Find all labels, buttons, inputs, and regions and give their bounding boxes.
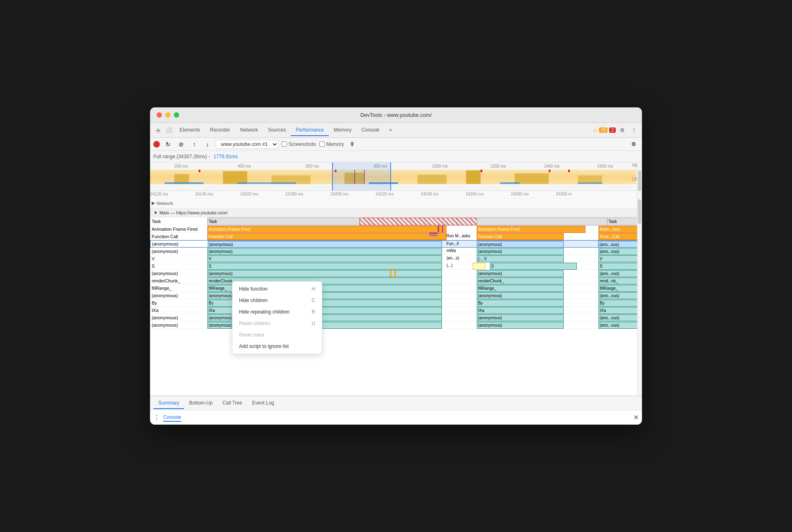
close-console-button[interactable]: ✕ [633,414,639,421]
flame-label-anon-4: (anonymous) [150,292,207,299]
flame-row-anon-1[interactable]: (anonymous) (anonymous) Fun...ll (anonym… [150,240,642,248]
tab-event-log[interactable]: Event Log [247,398,279,409]
flame-row-task[interactable]: Task Task Task Task [150,217,642,225]
flame-bar-s: S (...) S S [207,262,642,269]
flame-row-anon-5[interactable]: (anonymous) (anonymous) (anonymous) (ano… [150,314,642,321]
tab-elements[interactable]: Elements [175,125,205,136]
devtools-window: DevTools - www.youtube.com/ ⊹ ⬜ Elements… [150,107,642,425]
svg-rect-3 [223,171,247,184]
ruler-1400ms: 1400 ms [544,164,560,168]
ruler-mark-1: 24140 ms [195,192,213,196]
record-button[interactable] [153,141,160,148]
timeline-overview[interactable]: 200 ms 400 ms 600 ms 800 ms 1000 ms 1200… [150,162,642,191]
flame-row-anon-2[interactable]: (anonymous) (anonymous) mWa (anonymous) … [150,248,642,255]
main-scrollbar[interactable] [637,191,642,396]
ruler-1000ms: 1000 ms [432,164,448,168]
device-icon[interactable]: ⬜ [164,125,174,135]
network-label: Network [157,201,173,206]
ruler-mark-7: 24260 ms [466,192,484,196]
tab-call-tree[interactable]: Call Tree [218,398,247,409]
scrollbar-thumb[interactable] [638,171,641,191]
flame-label-anon-2: (anonymous) [150,248,207,255]
memory-checkbox[interactable]: Memory [319,141,344,147]
capture-settings-icon[interactable]: 🎙 [347,139,357,149]
flame-row-anon-4[interactable]: (anonymous) (anonymous) (anonymous) (ano… [150,292,642,299]
ruler-mark-4: 24200 ms [330,192,348,196]
settings-icon[interactable]: ⚙ [617,125,627,135]
flame-row-function[interactable]: Function Call Function Call Run M...asks… [150,233,642,240]
fullscreen-button[interactable] [174,112,179,118]
timeline-detail[interactable]: 24120 ms 24140 ms 24160 ms 24180 ms 2420… [150,191,642,396]
range-bar: Full range (34307.26ms) › 1776.91ms [150,151,642,162]
close-button[interactable] [157,112,162,118]
console-bar: ⋮ Console ✕ [150,410,642,425]
inspect-icon[interactable]: ⊹ [153,125,163,135]
menu-add-ignore[interactable]: Add script to ignore list [232,341,322,352]
flame-row-anon-3[interactable]: (anonymous) (anonymous) (anonymous) (ano… [150,270,642,277]
titlebar: DevTools - www.youtube.com/ [150,107,642,123]
flame-label-fillrange: fillRange_ [150,284,207,291]
flame-bar-anon-2: (anonymous) mWa (anonymous) (ano...ous) [207,248,642,255]
ruler-mark-3: 24180 ms [285,192,303,196]
download-icon[interactable]: ↓ [203,139,212,149]
flame-row-anon-6[interactable]: (anonymous) (anonymous) (anonymous) (ano… [150,321,642,329]
menu-hide-function[interactable]: Hide function H [232,283,322,295]
overview-scrollbar[interactable] [637,162,642,191]
tab-bottom-up[interactable]: Bottom-Up [184,398,217,409]
tab-performance[interactable]: Performance [291,125,329,136]
upload-icon[interactable]: ↑ [189,139,199,149]
flame-label-v: V [150,255,207,262]
tab-memory[interactable]: Memory [329,125,356,136]
menu-reset-children: Reset children U [232,318,322,329]
ruler-mark-9: 24300 m [556,192,572,196]
nav-toolbar: ⊹ ⬜ Elements Recorder Network Sources Pe… [150,123,642,138]
full-range-label: Full range (34307.26ms) [153,154,207,159]
console-tab[interactable]: Console [163,414,181,422]
flame-label-rendchunk: renderChunk_ [150,277,207,284]
selected-range: 1776.91ms [214,154,238,159]
tab-more[interactable]: » [385,125,397,136]
flame-row-by[interactable]: By By By By [150,299,642,307]
main-section[interactable]: ▼ Main — https://www.youtube.com/ [150,208,642,217]
flame-row-ixa[interactable]: IXa IXa IXa IXa [150,307,642,314]
flame-row-animation[interactable]: Animation Frame Fired Animation Frame Fi… [150,225,642,233]
tab-sources[interactable]: Sources [263,125,291,136]
tab-summary[interactable]: Summary [153,398,184,409]
minimize-button[interactable] [165,112,171,118]
clear-icon[interactable]: ⊘ [176,139,186,149]
tab-network[interactable]: Network [235,125,263,136]
menu-hide-repeating[interactable]: Hide repeating children R [232,306,322,318]
tab-bar: Elements Recorder Network Sources Perfor… [175,125,592,136]
ruler-400ms: 400 ms [237,164,251,168]
network-section[interactable]: ▶ Network [150,198,642,208]
bottom-tabs: Summary Bottom-Up Call Tree Event Log [150,396,642,410]
tab-console[interactable]: Console [356,125,384,136]
menu-hide-children[interactable]: Hide children C [232,295,322,306]
flame-row-v[interactable]: V V (an...s) (... V V [150,255,642,262]
warning-badge: 29 [599,127,608,133]
console-dots-icon[interactable]: ⋮ [153,414,160,421]
main-label: Main — https://www.youtube.com/ [159,210,228,215]
screenshots-checkbox[interactable]: Screenshots [282,141,316,147]
svg-rect-8 [515,173,549,184]
window-title: DevTools - www.youtube.com/ [360,112,432,118]
ruler-mark-2: 24160 ms [240,192,258,196]
flame-bar-task: Task Task Task [207,217,642,225]
flame-row-fillrange[interactable]: fillRange_ fillRange_ fillRange_ fillRan… [150,284,642,292]
more-options-icon[interactable]: ⋮ [629,125,639,135]
flame-row-rendchunk[interactable]: renderChunk_ renderChunk_ renderChunk_ r… [150,277,642,284]
perf-settings-icon[interactable]: ⚙ [629,139,639,149]
flame-label-animation: Animation Frame Fired [150,225,207,232]
refresh-icon[interactable]: ↻ [163,139,173,149]
svg-rect-6 [417,175,446,184]
track-area: ▶ Network ▼ Main — https://www.youtube.c… [150,198,642,396]
main-scrollbar-thumb[interactable] [638,199,641,224]
svg-rect-12 [199,170,200,172]
url-select[interactable]: www.youtube.com #1 [216,140,278,149]
tab-recorder[interactable]: Recorder [205,125,235,136]
chevron-icon: › [209,154,210,159]
traffic-lights [157,112,179,118]
menu-reset-trace: Reset trace [232,329,322,341]
flame-row-s[interactable]: S S (...) S S [150,262,642,270]
flame-label-s: S [150,262,207,269]
